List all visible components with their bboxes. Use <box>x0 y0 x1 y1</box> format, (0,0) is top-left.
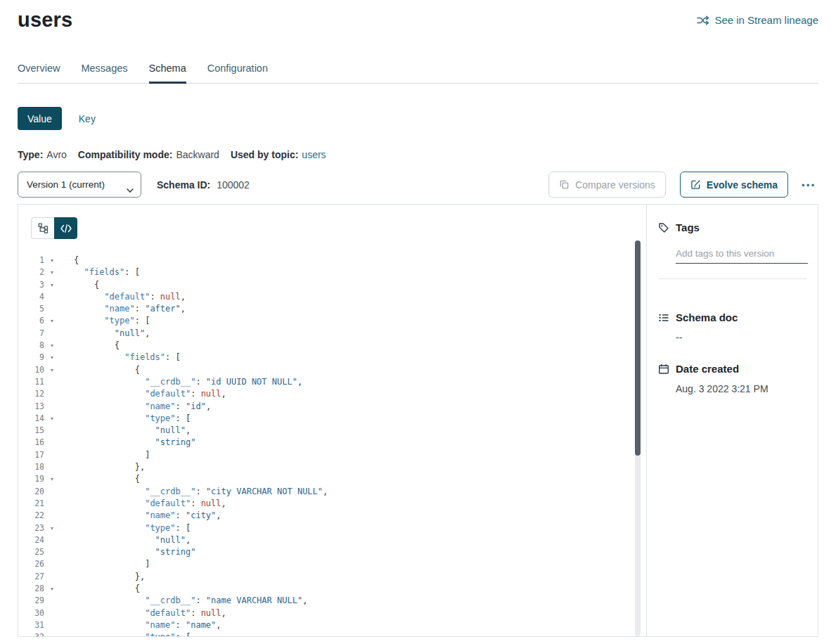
line-number: 25 <box>31 546 44 558</box>
code-text: "type": [ <box>60 413 191 425</box>
code-line: 18 }, <box>31 461 646 473</box>
code-line: 19▾ { <box>31 473 646 485</box>
code-line: 16 "string" <box>31 437 646 449</box>
fold-gutter <box>44 558 60 570</box>
code-text: "type": [ <box>60 522 191 534</box>
tab-configuration[interactable]: Configuration <box>207 63 268 83</box>
fold-gutter <box>44 303 60 315</box>
code-line: 32▾ "type": [ <box>31 631 646 637</box>
code-line: 28▾ { <box>31 583 646 595</box>
code-text: "null", <box>60 328 150 340</box>
list-icon <box>658 312 669 323</box>
line-number: 9 <box>31 352 44 363</box>
tab-schema[interactable]: Schema <box>149 63 186 83</box>
line-number: 1 <box>31 255 44 266</box>
schema-doc-section: Schema doc -- <box>658 311 806 343</box>
schema-id-value: 100002 <box>217 179 250 191</box>
fold-toggle-icon[interactable]: ▾ <box>44 266 60 278</box>
evolve-schema-button[interactable]: Evolve schema <box>680 172 788 198</box>
editor-scrollbar[interactable] <box>635 240 641 636</box>
schema-doc-value: -- <box>676 332 806 343</box>
code-line: 20 "__crdb__": "city VARCHAR NOT NULL", <box>31 486 646 498</box>
code-text: "type": [ <box>60 631 191 637</box>
fold-gutter <box>44 571 60 583</box>
code-line: 29 "__crdb__": "name VARCHAR NULL", <box>31 595 646 607</box>
date-created-value: Aug. 3 2022 3:21 PM <box>676 383 806 394</box>
fold-toggle-icon[interactable]: ▾ <box>44 352 60 363</box>
fold-toggle-icon[interactable]: ▾ <box>44 255 60 266</box>
compare-versions-button[interactable]: Compare versions <box>548 172 666 198</box>
fold-gutter <box>44 449 60 461</box>
code-line: 12 "default": null, <box>31 388 646 400</box>
page-title: users <box>18 8 72 32</box>
tab-messages[interactable]: Messages <box>81 63 127 83</box>
editor-scrollbar-thumb[interactable] <box>635 240 641 456</box>
line-number: 20 <box>31 486 44 498</box>
line-number: 17 <box>31 449 44 461</box>
code-line: 7 "null", <box>31 328 646 340</box>
schema-meta-row: Type: Avro Compatibility mode: Backward … <box>18 149 818 160</box>
fold-gutter <box>44 607 60 619</box>
code-text: }, <box>60 461 145 473</box>
fold-toggle-icon[interactable]: ▾ <box>44 340 60 352</box>
code-text: ] <box>60 558 150 570</box>
calendar-icon <box>658 363 669 375</box>
stream-lineage-link[interactable]: See in Stream lineage <box>697 14 818 26</box>
schema-content: 1▾{2▾ "fields": [3▾ {4 "default": null,5… <box>18 204 818 637</box>
line-number: 4 <box>31 291 44 303</box>
value-toggle-button[interactable]: Value <box>18 107 62 130</box>
schema-editor-panel: 1▾{2▾ "fields": [3▾ {4 "default": null,5… <box>18 205 646 636</box>
tree-view-button[interactable] <box>31 217 54 239</box>
version-select[interactable]: Version 1 (current) <box>18 172 141 198</box>
code-text: "__crdb__": "city VARCHAR NOT NULL", <box>60 486 328 498</box>
code-text: "name": "name", <box>60 619 221 631</box>
code-line: 27 }, <box>31 571 646 583</box>
more-options-button[interactable]: ⋯ <box>799 177 818 192</box>
code-text: { <box>60 473 140 485</box>
line-number: 16 <box>31 437 44 449</box>
fold-toggle-icon[interactable]: ▾ <box>44 522 60 534</box>
code-text: "__crdb__": "name VARCHAR NULL", <box>60 595 307 607</box>
tab-overview[interactable]: Overview <box>18 63 60 83</box>
code-text: "default": null, <box>60 498 226 510</box>
code-text: "null", <box>60 425 191 437</box>
fold-toggle-icon[interactable]: ▾ <box>44 473 60 485</box>
code-line: 13 "name": "id", <box>31 401 646 413</box>
code-line: 4 "default": null, <box>31 291 646 303</box>
schema-page: users See in Stream lineage Overview Mes… <box>0 0 836 637</box>
line-number: 18 <box>31 461 44 473</box>
key-toggle-button[interactable]: Key <box>79 113 96 124</box>
fold-toggle-icon[interactable]: ▾ <box>44 315 60 327</box>
code-text: { <box>60 364 140 376</box>
code-view-button[interactable] <box>54 217 77 239</box>
value-key-toggle: Value Key <box>18 107 818 130</box>
code-text: "fields": [ <box>60 352 181 363</box>
line-number: 13 <box>31 401 44 413</box>
line-number: 15 <box>31 425 44 437</box>
edit-pencil-icon <box>690 179 701 190</box>
fold-toggle-icon[interactable]: ▾ <box>44 364 60 376</box>
code-line: 31 "name": "name", <box>31 619 646 631</box>
fold-toggle-icon[interactable]: ▾ <box>44 279 60 291</box>
schema-toolbar: Version 1 (current) Schema ID: 100002 Co… <box>18 172 818 198</box>
code-line: 1▾{ <box>31 255 646 266</box>
fold-gutter <box>44 425 60 437</box>
topic-link[interactable]: users <box>302 149 326 160</box>
type-label: Type: <box>18 149 43 160</box>
fold-toggle-icon[interactable]: ▾ <box>44 631 60 637</box>
code-view-icon <box>60 224 72 233</box>
compare-versions-label: Compare versions <box>575 179 655 191</box>
fold-toggle-icon[interactable]: ▾ <box>44 413 60 425</box>
code-line: 25 "string" <box>31 546 646 558</box>
schema-code-editor[interactable]: 1▾{2▾ "fields": [3▾ {4 "default": null,5… <box>31 255 646 637</box>
schema-doc-heading: Schema doc <box>658 311 806 323</box>
fold-toggle-icon[interactable]: ▾ <box>44 583 60 595</box>
code-line: 10▾ { <box>31 364 646 376</box>
tags-section-heading: Tags <box>658 221 806 233</box>
add-tags-input[interactable] <box>676 246 808 264</box>
code-line: 26 ] <box>31 558 646 570</box>
code-text: { <box>60 583 140 595</box>
code-text: "name": "after", <box>60 303 186 315</box>
line-number: 22 <box>31 510 44 522</box>
line-number: 11 <box>31 376 44 388</box>
